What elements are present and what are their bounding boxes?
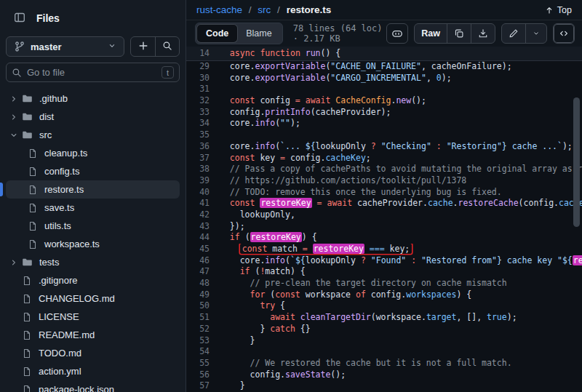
line-number[interactable]: 48 bbox=[186, 278, 220, 289]
code-line-40: 40 // TODO: remove this once the underly… bbox=[186, 187, 582, 199]
folder-icon bbox=[22, 129, 33, 140]
line-number[interactable]: 40 bbox=[186, 187, 220, 199]
line-number[interactable]: 14 bbox=[186, 47, 220, 60]
line-number[interactable]: 46 bbox=[186, 255, 220, 267]
line-number[interactable]: 37 bbox=[186, 153, 220, 164]
line-number[interactable]: 36 bbox=[186, 141, 220, 153]
tree-item-.github[interactable]: .github bbox=[6, 89, 180, 108]
tree-item-restore.ts[interactable]: restore.ts bbox=[6, 180, 180, 199]
tree-item-src[interactable]: src bbox=[6, 126, 180, 144]
symbols-panel-button[interactable] bbox=[553, 23, 575, 44]
copilot-button[interactable] bbox=[386, 23, 408, 44]
file-icon bbox=[28, 148, 38, 159]
line-number[interactable]: 56 bbox=[186, 369, 220, 381]
line-number[interactable]: 31 bbox=[186, 84, 220, 95]
line-content bbox=[220, 84, 582, 95]
code-line-52: 52 } catch {} bbox=[186, 324, 582, 335]
line-content: if (!match) { bbox=[220, 266, 582, 278]
tree-item-utils.ts[interactable]: utils.ts bbox=[6, 217, 180, 235]
tree-item-tests[interactable]: tests bbox=[6, 253, 180, 271]
line-number[interactable]: 53 bbox=[186, 335, 220, 347]
tree-item-package-lock.json[interactable]: package-lock.json bbox=[6, 380, 180, 392]
line-number[interactable]: 42 bbox=[186, 209, 220, 221]
branch-name: master bbox=[31, 41, 62, 52]
code-line-38: 38 // Pass a copy of cachePaths to avoid… bbox=[186, 164, 582, 175]
line-content: core.info(""); bbox=[220, 118, 582, 129]
chevron-icon bbox=[9, 95, 19, 103]
file-icon bbox=[28, 203, 38, 213]
tree-item-action.yml[interactable]: action.yml bbox=[6, 362, 180, 380]
tree-item-label: config.ts bbox=[44, 166, 79, 177]
file-stats: 78 lines (64 loc) · 2.17 KB bbox=[293, 23, 387, 44]
edit-options-button[interactable] bbox=[525, 24, 546, 43]
line-number[interactable]: 52 bbox=[186, 324, 220, 335]
code-line-29: 29 core.exportVariable("CACHE_ON_FAILURE… bbox=[186, 61, 582, 73]
tree-item-dist[interactable]: dist bbox=[6, 108, 180, 126]
tree-item-label: save.ts bbox=[44, 202, 74, 213]
tree-item-CHANGELOG.md[interactable]: CHANGELOG.md bbox=[6, 289, 180, 308]
line-number[interactable]: 29 bbox=[186, 61, 220, 73]
file-icon bbox=[28, 239, 38, 249]
tree-item-save.ts[interactable]: save.ts bbox=[6, 199, 180, 217]
line-content: } catch {} bbox=[220, 324, 582, 335]
breadcrumb-repo-link[interactable]: rust-cache bbox=[196, 4, 242, 15]
folder-icon bbox=[22, 257, 33, 268]
line-number[interactable]: 34 bbox=[186, 118, 220, 129]
line-number[interactable]: 35 bbox=[186, 129, 220, 141]
back-to-top-button[interactable]: Top bbox=[545, 5, 572, 15]
tree-item-.gitignore[interactable]: .gitignore bbox=[6, 271, 180, 289]
line-number[interactable]: 49 bbox=[186, 289, 220, 301]
tree-item-cleanup.ts[interactable]: cleanup.ts bbox=[6, 144, 180, 162]
raw-button[interactable]: Raw bbox=[415, 24, 447, 43]
line-content: // pre-clean the target directory on cac… bbox=[220, 278, 582, 289]
line-number[interactable]: 38 bbox=[186, 164, 220, 175]
tree-item-LICENSE[interactable]: LICENSE bbox=[6, 308, 180, 326]
line-content bbox=[220, 346, 582, 358]
line-number[interactable]: 30 bbox=[186, 73, 220, 84]
edit-file-button[interactable] bbox=[502, 24, 525, 43]
branch-selector[interactable]: master bbox=[6, 36, 124, 57]
tree-item-README.md[interactable]: README.md bbox=[6, 326, 180, 344]
edit-group bbox=[501, 23, 547, 44]
download-button[interactable] bbox=[471, 24, 495, 43]
line-number[interactable]: 39 bbox=[186, 175, 220, 187]
breadcrumb-current-file: restore.ts bbox=[287, 4, 332, 15]
search-tree-button[interactable] bbox=[155, 37, 179, 56]
tab-code[interactable]: Code bbox=[197, 25, 237, 42]
line-number[interactable]: 47 bbox=[186, 266, 220, 278]
sticky-context-line: 14 async function run() { bbox=[186, 47, 582, 61]
line-number[interactable]: 32 bbox=[186, 95, 220, 107]
back-to-top-label: Top bbox=[557, 5, 572, 15]
code-view-app: Files master t .githubdistsrccleanup.tsc… bbox=[0, 0, 582, 392]
line-number[interactable]: 50 bbox=[186, 300, 220, 312]
code-line-55: 55 // We restored the cache but it is no… bbox=[186, 358, 582, 369]
line-number[interactable]: 43 bbox=[186, 221, 220, 233]
line-number[interactable]: 57 bbox=[186, 380, 220, 392]
copy-raw-button[interactable] bbox=[447, 24, 471, 43]
line-number[interactable]: 41 bbox=[186, 198, 220, 209]
go-to-file-input[interactable] bbox=[27, 67, 156, 78]
line-number[interactable]: 45 bbox=[186, 244, 220, 255]
vertical-scrollbar[interactable] bbox=[573, 97, 580, 227]
tab-blame[interactable]: Blame bbox=[237, 25, 280, 42]
git-branch-icon bbox=[14, 41, 25, 52]
line-number[interactable]: 54 bbox=[186, 346, 220, 358]
line-number[interactable]: 44 bbox=[186, 232, 220, 244]
sidebar-header: Files bbox=[6, 0, 180, 35]
line-content: core.info(`${lookupOnly ? "Found" : "Res… bbox=[220, 255, 582, 267]
raw-actions-group: Raw bbox=[414, 23, 495, 44]
line-number[interactable]: 33 bbox=[186, 107, 220, 119]
tree-item-TODO.md[interactable]: TODO.md bbox=[6, 344, 180, 362]
tree-item-config.ts[interactable]: config.ts bbox=[6, 162, 180, 180]
code-brackets-icon bbox=[559, 28, 569, 39]
breadcrumb-dir-link[interactable]: src bbox=[258, 4, 271, 15]
add-file-button[interactable] bbox=[131, 37, 155, 56]
line-number[interactable]: 55 bbox=[186, 358, 220, 369]
file-icon bbox=[22, 367, 32, 377]
code-line-31: 31 bbox=[186, 84, 582, 95]
tree-item-label: restore.ts bbox=[44, 184, 84, 195]
collapse-sidebar-button[interactable] bbox=[10, 9, 29, 28]
tree-item-label: CHANGELOG.md bbox=[39, 293, 115, 304]
line-number[interactable]: 51 bbox=[186, 312, 220, 324]
tree-item-workspace.ts[interactable]: workspace.ts bbox=[6, 235, 180, 253]
